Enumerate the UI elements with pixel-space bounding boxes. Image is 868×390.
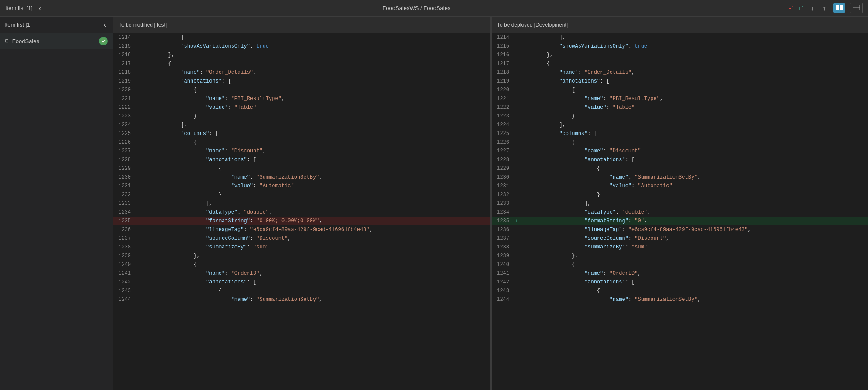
diff-line-row: 1225 "columns": [ xyxy=(113,129,490,138)
diff-line-row: 1216 }, xyxy=(492,51,868,59)
line-gutter xyxy=(134,234,141,243)
line-gutter xyxy=(513,243,520,252)
left-panel-header: To be modified [Test] xyxy=(113,17,490,33)
line-gutter xyxy=(513,68,520,77)
line-gutter xyxy=(134,59,141,68)
line-number: 1240 xyxy=(113,260,134,269)
line-number: 1234 xyxy=(113,208,134,217)
line-code: "lineageTag": "e6ca9cf4-89aa-429f-9cad-4… xyxy=(520,225,753,234)
sidebar-collapse-button[interactable]: ‹ xyxy=(101,20,109,30)
line-gutter xyxy=(513,190,520,199)
line-number: 1232 xyxy=(492,190,513,199)
line-gutter xyxy=(134,77,141,86)
navigate-down-button[interactable]: ↓ xyxy=(808,3,817,13)
diff-line-row: 1219 "annotations": [ xyxy=(113,77,490,86)
line-code: "dataType": "double", xyxy=(520,208,652,217)
sidebar-toggle-button[interactable]: ‹ xyxy=(36,3,44,13)
diff-line-row: 1242 "annotations": [ xyxy=(113,278,490,286)
line-code: }, xyxy=(520,252,580,260)
right-diff-content[interactable]: 1214 ],1215 "showAsVariationsOnly": true… xyxy=(492,33,868,390)
line-code: } xyxy=(520,190,602,199)
line-gutter xyxy=(134,155,141,164)
diff-line-row: 1229 { xyxy=(113,164,490,173)
line-gutter xyxy=(513,94,520,103)
diff-line-row: 1240 { xyxy=(113,260,490,269)
diff-line-row: 1219 "annotations": [ xyxy=(492,77,868,86)
line-code: "annotations": [ xyxy=(141,77,233,86)
line-code: "value": "Table" xyxy=(141,103,258,112)
line-number: 1225 xyxy=(492,129,513,138)
split-view-button[interactable] xyxy=(833,3,845,13)
line-gutter xyxy=(513,295,520,304)
sidebar-item-foodsales[interactable]: ⊞ FoodSales xyxy=(0,33,113,49)
inline-view-button[interactable] xyxy=(850,3,863,13)
line-gutter: + xyxy=(513,217,520,225)
line-number: 1217 xyxy=(492,59,513,68)
line-number: 1218 xyxy=(113,68,134,77)
line-gutter xyxy=(134,86,141,94)
line-code: "value": "Table" xyxy=(520,103,636,112)
right-diff-panel: To be deployed [Development] 1214 ],1215… xyxy=(492,17,868,390)
diff-line-row: 1215 "showAsVariationsOnly": true xyxy=(113,42,490,51)
left-diff-content[interactable]: 1214 ],1215 "showAsVariationsOnly": true… xyxy=(113,33,490,390)
line-number: 1224 xyxy=(113,121,134,129)
diff-line-row: 1217 { xyxy=(113,59,490,68)
topbar-left: Item list [1] ‹ xyxy=(5,3,44,13)
diff-line-row: 1235- "formatString": "0.00%;-0.00%;0.00… xyxy=(113,217,490,225)
line-code: ], xyxy=(141,199,214,208)
line-number: 1231 xyxy=(113,182,134,190)
line-number: 1214 xyxy=(492,33,513,42)
line-code: } xyxy=(520,112,576,121)
line-gutter xyxy=(513,269,520,278)
line-number: 1240 xyxy=(492,260,513,269)
diff-line-row: 1234 "dataType": "double", xyxy=(492,208,868,217)
line-number: 1216 xyxy=(113,51,134,59)
line-gutter xyxy=(513,138,520,147)
diff-line-row: 1218 "name": "Order_Details", xyxy=(113,68,490,77)
line-number: 1230 xyxy=(492,173,513,182)
diff-line-row: 1230 "name": "SummarizationSetBy", xyxy=(492,173,868,182)
line-code: { xyxy=(520,164,602,173)
line-number: 1218 xyxy=(492,68,513,77)
line-gutter xyxy=(513,59,520,68)
diff-line-row: 1222 "value": "Table" xyxy=(113,103,490,112)
line-code: "name": "PBI_ResultType", xyxy=(520,94,665,103)
line-code: }, xyxy=(141,51,176,59)
line-number: 1242 xyxy=(113,278,134,286)
diff-line-row: 1241 "name": "OrderID", xyxy=(492,269,868,278)
line-code: "sourceColumn": "Discount", xyxy=(141,234,292,243)
table-icon: ⊞ xyxy=(5,38,9,45)
line-code: "annotations": [ xyxy=(141,155,258,164)
line-code: "name": "SummarizationSetBy", xyxy=(141,295,324,304)
line-code: "columns": [ xyxy=(141,129,220,138)
line-code: "name": "OrderID", xyxy=(520,269,643,278)
navigate-up-button[interactable]: ↑ xyxy=(820,3,829,13)
line-gutter xyxy=(513,182,520,190)
line-code: ], xyxy=(141,121,189,129)
line-gutter xyxy=(513,129,520,138)
line-number: 1222 xyxy=(492,103,513,112)
diff-line-row: 1232 } xyxy=(113,190,490,199)
diff-line-row: 1235+ "formatString": "0", xyxy=(492,217,868,225)
right-panel-header: To be deployed [Development] xyxy=(492,17,868,33)
line-number: 1244 xyxy=(113,295,134,304)
line-gutter xyxy=(513,286,520,295)
line-code: "name": "SummarizationSetBy", xyxy=(520,173,703,182)
line-gutter xyxy=(134,112,141,121)
line-gutter xyxy=(513,208,520,217)
line-gutter xyxy=(513,77,520,86)
line-number: 1223 xyxy=(492,112,513,121)
line-number: 1228 xyxy=(113,155,134,164)
line-gutter xyxy=(134,129,141,138)
line-number: 1233 xyxy=(113,199,134,208)
diff-line-row: 1227 "name": "Discount", xyxy=(113,147,490,155)
line-number: 1221 xyxy=(492,94,513,103)
line-gutter xyxy=(134,278,141,286)
diff-line-row: 1244 "name": "SummarizationSetBy", xyxy=(492,295,868,304)
diff-line-row: 1237 "sourceColumn": "Discount", xyxy=(492,234,868,243)
line-number: 1223 xyxy=(113,112,134,121)
line-gutter xyxy=(513,42,520,51)
line-gutter xyxy=(513,164,520,173)
line-code: "name": "PBI_ResultType", xyxy=(141,94,286,103)
line-number: 1224 xyxy=(492,121,513,129)
